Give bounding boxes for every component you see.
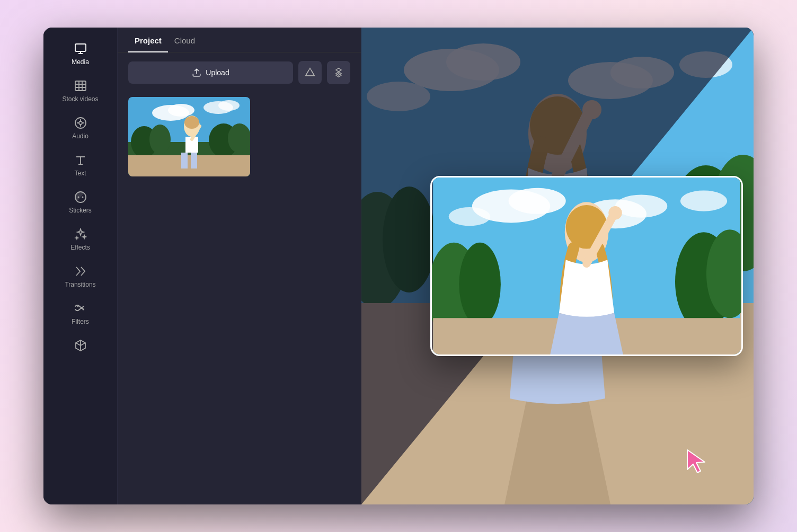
google-drive-button[interactable]: [298, 61, 322, 84]
svg-point-50: [680, 191, 727, 211]
svg-point-29: [446, 43, 520, 81]
sidebar-item-stickers[interactable]: Stickers: [49, 184, 112, 219]
sidebar-item-stickers-label: Stickers: [69, 207, 92, 214]
svg-point-60: [608, 206, 622, 220]
svg-point-3: [79, 121, 82, 125]
sidebar-item-3d[interactable]: [49, 333, 112, 360]
svg-point-31: [610, 57, 674, 88]
upload-button-label: Upload: [206, 68, 229, 77]
sidebar-item-filters[interactable]: Filters: [49, 296, 112, 331]
media-tabs: Project Cloud: [118, 28, 361, 52]
cursor-icon: [685, 447, 711, 474]
text-icon: [73, 153, 88, 167]
sidebar-item-stock-videos-label: Stock videos: [62, 95, 98, 103]
media-actions: Upload: [118, 52, 361, 93]
svg-rect-20: [128, 155, 250, 176]
svg-point-55: [459, 243, 501, 326]
upload-icon: [192, 68, 201, 77]
svg-point-43: [582, 100, 601, 119]
sidebar: Media Stock videos Audio Text: [43, 28, 118, 504]
app-window: Media Stock videos Audio Text: [43, 28, 754, 504]
svg-marker-61: [687, 450, 705, 473]
svg-point-49: [615, 194, 667, 217]
media-panel: Project Cloud Upload: [118, 28, 361, 504]
media-thumbnail-1[interactable]: [128, 97, 250, 176]
sidebar-item-transitions-label: Transitions: [65, 281, 95, 288]
sidebar-item-effects-label: Effects: [70, 244, 90, 251]
media-icon: [73, 41, 88, 56]
upload-button[interactable]: Upload: [128, 61, 293, 84]
sidebar-item-filters-label: Filters: [72, 318, 89, 325]
svg-point-38: [383, 187, 436, 292]
filters-icon: [73, 301, 88, 316]
svg-point-8: [82, 309, 84, 311]
sidebar-item-audio-label: Audio: [72, 132, 88, 140]
sidebar-item-audio[interactable]: Audio: [49, 110, 112, 145]
svg-point-19: [228, 123, 250, 153]
svg-point-7: [77, 306, 78, 307]
svg-rect-1: [75, 81, 86, 91]
sidebar-item-media-label: Media: [72, 58, 89, 66]
preview-area: [361, 28, 754, 504]
sidebar-item-transitions[interactable]: Transitions: [49, 259, 112, 294]
stickers-icon: [73, 190, 88, 205]
cursor-arrow: [685, 447, 711, 474]
dropbox-icon: [333, 67, 344, 78]
sidebar-item-stock-videos[interactable]: Stock videos: [49, 73, 112, 108]
dropbox-button[interactable]: [327, 61, 350, 84]
elements-3d-icon: [73, 338, 88, 353]
transitions-icon: [73, 264, 88, 279]
audio-icon: [73, 116, 88, 130]
svg-point-26: [184, 116, 199, 129]
sidebar-item-media[interactable]: Media: [49, 36, 112, 71]
google-drive-icon: [305, 67, 315, 78]
svg-point-32: [679, 51, 732, 78]
thumbnail-image: [128, 97, 250, 176]
svg-point-33: [367, 82, 430, 111]
svg-rect-23: [181, 153, 188, 169]
svg-point-14: [218, 100, 240, 111]
svg-point-47: [509, 188, 566, 214]
stock-videos-icon: [73, 78, 88, 93]
svg-point-51: [449, 207, 491, 226]
media-grid: [118, 93, 361, 181]
preview-card[interactable]: [430, 176, 743, 356]
svg-point-17: [149, 125, 171, 154]
sidebar-item-text[interactable]: Text: [49, 147, 112, 182]
sidebar-item-effects[interactable]: Effects: [49, 221, 112, 256]
svg-rect-24: [191, 153, 197, 169]
tab-project[interactable]: Project: [128, 28, 168, 52]
tab-cloud[interactable]: Cloud: [168, 28, 201, 52]
effects-icon: [73, 227, 88, 242]
svg-rect-0: [75, 44, 86, 51]
sidebar-item-text-label: Text: [74, 170, 86, 177]
preview-card-image: [432, 178, 741, 354]
svg-point-12: [168, 104, 194, 117]
